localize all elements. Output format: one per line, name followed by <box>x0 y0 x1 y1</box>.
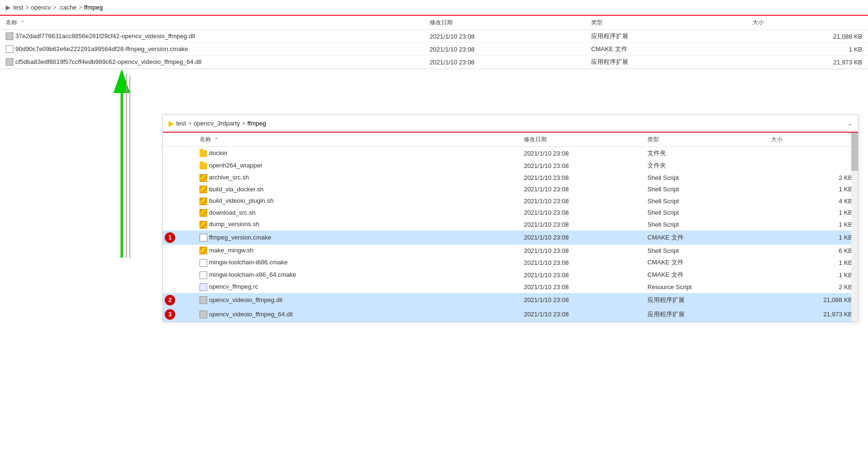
col-header-date[interactable]: 修改日期 <box>424 16 585 30</box>
file-name[interactable]: opencv_videoio_ffmpeg_64.dll <box>194 307 518 322</box>
table-row[interactable]: 3 opencv_videoio_ffmpeg_64.dll 2021/1/10… <box>163 307 858 322</box>
bottom-sort-icon: ⌃ <box>214 137 218 142</box>
file-type: Shell Script <box>642 184 765 196</box>
file-size: 21,973 KB <box>747 56 868 69</box>
top-breadcrumb[interactable]: ▶ test > opencv > .cache > ffmpeg <box>0 0 868 16</box>
sh-icon <box>200 198 207 205</box>
badge-cell <box>163 172 194 184</box>
table-row[interactable]: mingw-toolchain-x86_64.cmake 2021/1/10 2… <box>163 269 858 281</box>
file-name[interactable]: make_mingw.sh <box>194 245 518 257</box>
file-name[interactable]: mingw-toolchain-i686.cmake <box>194 256 518 269</box>
col-header-type[interactable]: 类型 <box>585 16 747 30</box>
table-row[interactable]: build_videoio_plugin.sh 2021/1/10 23:08 … <box>163 195 858 207</box>
top-bc-opencv[interactable]: opencv <box>31 4 51 11</box>
file-type: CMAKE 文件 <box>642 230 765 245</box>
bottom-col-header-name[interactable]: 名称 ⌃ <box>194 133 518 147</box>
top-bc-ffmpeg[interactable]: ffmpeg <box>84 4 103 11</box>
file-size <box>765 147 858 160</box>
badge-cell: 3 <box>163 307 194 322</box>
dll-icon <box>6 58 13 66</box>
scrollbar-thumb[interactable] <box>851 133 858 171</box>
bottom-bc-opencv3rdparty[interactable]: opencv_3rdparty <box>194 120 240 127</box>
file-size: 1 KB <box>765 219 858 230</box>
file-size: 1 KB <box>765 207 858 219</box>
table-row[interactable]: 2 opencv_videoio_ffmpeg.dll 2021/1/10 23… <box>163 293 858 307</box>
table-row[interactable]: make_mingw.sh 2021/1/10 23:08 Shell Scri… <box>163 245 858 257</box>
top-explorer: ▶ test > opencv > .cache > ffmpeg 名称 ⌃ 修… <box>0 0 868 69</box>
bottom-file-table: 名称 ⌃ 修改日期 类型 大小 docker 2021/1/10 23:08 文… <box>163 133 858 322</box>
badge-cell <box>163 195 194 207</box>
badge-cell <box>163 269 194 281</box>
file-name[interactable]: cf5dba83edf8619f57ccff4edb989c62-opencv_… <box>0 56 424 69</box>
badge-cell <box>163 184 194 196</box>
bottom-explorer: ▶ test > opencv_3rdparty > ffmpeg ⌄ 名称 ⌃… <box>162 115 858 322</box>
file-name[interactable]: build_via_docker.sh <box>194 184 518 196</box>
file-type: CMAKE 文件 <box>642 269 765 281</box>
file-name[interactable]: ffmpeg_version.cmake <box>194 230 518 245</box>
top-bc-cache[interactable]: .cache <box>58 4 76 11</box>
file-date: 2021/1/10 23:08 <box>518 293 642 307</box>
sh-icon <box>200 186 207 193</box>
scrollbar-track[interactable] <box>851 133 858 322</box>
rc-icon <box>200 283 207 291</box>
file-name[interactable]: build_videoio_plugin.sh <box>194 195 518 207</box>
table-row[interactable]: mingw-toolchain-i686.cmake 2021/1/10 23:… <box>163 256 858 269</box>
file-size: 21,088 KB <box>747 30 868 43</box>
file-size: 6 KB <box>765 245 858 257</box>
bottom-col-header-date[interactable]: 修改日期 <box>518 133 642 147</box>
dll-icon <box>200 311 207 318</box>
dll-icon <box>200 296 207 304</box>
dropdown-icon[interactable]: ⌄ <box>847 120 852 127</box>
file-name[interactable]: dump_versions.sh <box>194 219 518 230</box>
table-row[interactable]: download_src.sh 2021/1/10 23:08 Shell Sc… <box>163 207 858 219</box>
bottom-bc-test[interactable]: test <box>176 120 186 127</box>
bottom-breadcrumb[interactable]: ▶ test > opencv_3rdparty > ffmpeg ⌄ <box>163 115 858 133</box>
file-size: 1 KB <box>747 43 868 56</box>
sh-icon <box>200 209 207 217</box>
file-type: CMAKE 文件 <box>642 256 765 269</box>
top-file-table: 名称 ⌃ 修改日期 类型 大小 37e2dadf776631acc8856e28… <box>0 16 868 69</box>
table-row[interactable]: openh264_wrapper 2021/1/10 23:08 文件夹 <box>163 159 858 172</box>
table-row[interactable]: 37e2dadf776631acc8856e281f29cf42-opencv_… <box>0 30 868 43</box>
file-name[interactable]: archive_src.sh <box>194 172 518 184</box>
table-row[interactable]: cf5dba83edf8619f57ccff4edb989c62-opencv_… <box>0 56 868 69</box>
file-date: 2021/1/10 23:08 <box>518 184 642 196</box>
col-header-size[interactable]: 大小 <box>747 16 868 30</box>
file-size: 2 KB <box>765 281 858 293</box>
file-name[interactable]: 37e2dadf776631acc8856e281f29cf42-opencv_… <box>0 30 424 43</box>
file-name[interactable]: opencv_videoio_ffmpeg.dll <box>194 293 518 307</box>
bottom-col-header-type[interactable]: 类型 <box>642 133 765 147</box>
file-name[interactable]: download_src.sh <box>194 207 518 219</box>
table-row[interactable]: 90d90c7e09b62e6e222291a99564df28-ffmpeg_… <box>0 43 868 56</box>
table-row[interactable]: opencv_ffmpeg.rc 2021/1/10 23:08 Resourc… <box>163 281 858 293</box>
file-name[interactable]: openh264_wrapper <box>194 159 518 172</box>
file-name[interactable]: docker <box>194 147 518 160</box>
file-name[interactable]: 90d90c7e09b62e6e222291a99564df28-ffmpeg_… <box>0 43 424 56</box>
file-name[interactable]: mingw-toolchain-x86_64.cmake <box>194 269 518 281</box>
file-scroll-area: 名称 ⌃ 修改日期 类型 大小 docker 2021/1/10 23:08 文… <box>163 133 858 322</box>
file-date: 2021/1/10 23:08 <box>518 230 642 245</box>
sh-icon <box>200 174 207 182</box>
file-name[interactable]: opencv_ffmpeg.rc <box>194 281 518 293</box>
file-type: 应用程序扩展 <box>585 30 747 43</box>
bottom-bc-ffmpeg[interactable]: ffmpeg <box>247 120 266 127</box>
table-row[interactable]: 1 ffmpeg_version.cmake 2021/1/10 23:08 C… <box>163 230 858 245</box>
table-row[interactable]: dump_versions.sh 2021/1/10 23:08 Shell S… <box>163 219 858 230</box>
top-bc-test[interactable]: test <box>13 4 23 11</box>
file-type: Resource Script <box>642 281 765 293</box>
table-row[interactable]: build_via_docker.sh 2021/1/10 23:08 Shel… <box>163 184 858 196</box>
badge-cell <box>163 159 194 172</box>
cmake-icon <box>200 272 207 279</box>
col-header-scroll <box>163 133 194 147</box>
table-row[interactable]: docker 2021/1/10 23:08 文件夹 <box>163 147 858 160</box>
file-type: Shell Script <box>642 245 765 257</box>
file-type: 文件夹 <box>642 159 765 172</box>
file-size: 21,088 KB <box>765 293 858 307</box>
file-type: 应用程序扩展 <box>585 56 747 69</box>
badge-cell <box>163 281 194 293</box>
bottom-col-header-size[interactable]: 大小 <box>765 133 858 147</box>
table-row[interactable]: archive_src.sh 2021/1/10 23:08 Shell Scr… <box>163 172 858 184</box>
file-type: 应用程序扩展 <box>642 307 765 322</box>
folder-icon <box>200 163 207 169</box>
col-header-name[interactable]: 名称 ⌃ <box>0 16 424 30</box>
